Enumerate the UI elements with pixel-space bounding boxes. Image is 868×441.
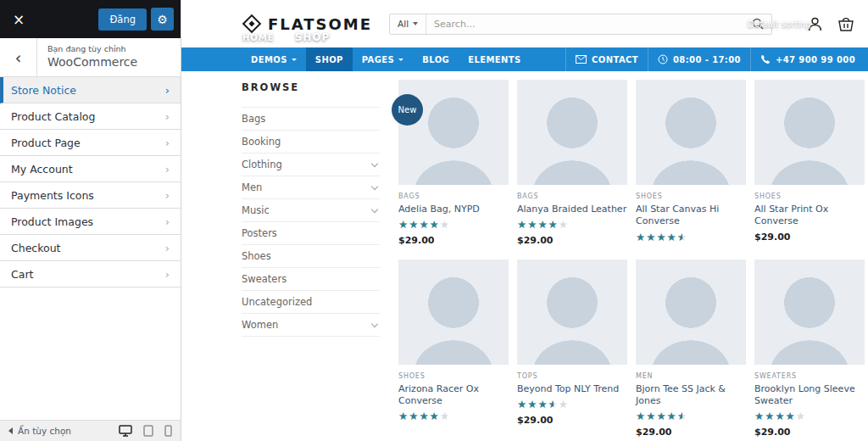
collapse-sidebar-button[interactable]: Ẩn tùy chọn bbox=[8, 426, 71, 436]
search-category-select[interactable]: All bbox=[390, 14, 426, 34]
close-icon[interactable]: × bbox=[0, 0, 37, 38]
customizer-section-my-account[interactable]: My Account › bbox=[0, 156, 181, 182]
stars-fill: ★★★★★ bbox=[754, 411, 796, 422]
customizer-section-product-page[interactable]: Product Page › bbox=[0, 130, 181, 156]
category-booking[interactable]: Booking bbox=[242, 131, 380, 154]
category-bags[interactable]: Bags bbox=[242, 108, 380, 131]
star-rating: ★★★★★ ★★★★★ bbox=[517, 220, 569, 231]
nav-phone-link[interactable]: +47 900 99 000 bbox=[750, 47, 865, 71]
category-label: Booking bbox=[242, 136, 281, 148]
product-image placeholder-person-image[interactable] bbox=[517, 260, 627, 365]
customizing-target: WooCommerce bbox=[47, 55, 137, 69]
category-music[interactable]: Music bbox=[242, 199, 380, 222]
nav-contact-link[interactable]: CONTACT bbox=[565, 47, 648, 71]
product-category-label[interactable]: SHOES bbox=[398, 372, 509, 380]
category-shoes[interactable]: Shoes bbox=[242, 245, 380, 268]
back-chevron-icon[interactable]: ‹ bbox=[0, 38, 37, 76]
product-title-link[interactable]: All Star Canvas Hi Converse bbox=[636, 204, 746, 228]
nav-item-shop[interactable]: SHOP bbox=[306, 47, 353, 71]
product-title-link[interactable]: Adelia Bag, NYPD bbox=[398, 204, 509, 215]
category-uncategorized[interactable]: Uncategorized bbox=[242, 291, 380, 314]
stars-fill: ★★★★★ bbox=[398, 220, 440, 231]
category-posters[interactable]: Posters bbox=[242, 222, 380, 245]
category-men[interactable]: Men bbox=[242, 176, 380, 199]
chevron-down-icon bbox=[398, 59, 403, 61]
nav-label: SHOP bbox=[315, 55, 343, 64]
product-card[interactable]: BAGS Alanya Braided Leather ★★★★★ ★★★★★ … bbox=[517, 80, 627, 246]
product-image placeholder-person-image[interactable] bbox=[636, 80, 746, 185]
product-category-label[interactable]: SHOES bbox=[754, 193, 865, 200]
product-category-label[interactable]: BAGS bbox=[517, 193, 627, 200]
product-card[interactable]: New BAGS Adelia Bag, NYPD ★★★★★ ★★★★★ $2… bbox=[398, 80, 509, 246]
product-category-label[interactable]: BAGS bbox=[398, 193, 509, 200]
account-button[interactable] bbox=[807, 16, 823, 32]
product-card[interactable]: MEN Bjorn Tee SS Jack & Jones ★★★★★ ★★★★… bbox=[636, 260, 746, 438]
customizer-section-product-images[interactable]: Product Images › bbox=[0, 209, 181, 235]
product-category-label[interactable]: MEN bbox=[636, 372, 746, 380]
product-image placeholder-person-image[interactable] bbox=[636, 260, 746, 365]
site-logo[interactable]: FLATSOME bbox=[242, 14, 372, 34]
product-image placeholder-person-image[interactable] bbox=[398, 260, 509, 365]
cart-button[interactable] bbox=[837, 16, 854, 31]
product-card[interactable]: SHOES All Star Print Ox Converse ★★★★★ ★… bbox=[754, 80, 865, 243]
nav-item-demos[interactable]: DEMOS bbox=[242, 47, 306, 71]
search-submit-button[interactable] bbox=[744, 18, 771, 30]
product-category-label[interactable]: SWEATERS bbox=[754, 372, 865, 380]
category-label: Uncategorized bbox=[242, 296, 312, 308]
tablet-preview-icon[interactable] bbox=[143, 425, 153, 437]
product-card[interactable]: TOPS Beyond Top NLY Trend ★★★★★ ★★★★★ $2… bbox=[517, 260, 627, 426]
publish-button[interactable]: Đăng bbox=[98, 8, 147, 31]
envelope-icon bbox=[576, 55, 587, 64]
star-rating: ★★★★★ ★★★★★ bbox=[398, 411, 450, 422]
chevron-down-icon[interactable] bbox=[371, 205, 378, 212]
category-sweaters[interactable]: Sweaters bbox=[242, 268, 380, 291]
product-title-link[interactable]: Bjorn Tee SS Jack & Jones bbox=[636, 383, 746, 408]
product-price: $29.00 bbox=[398, 235, 509, 246]
product-category-label[interactable]: SHOES bbox=[636, 193, 746, 200]
nav-item-elements[interactable]: ELEMENTS bbox=[459, 47, 530, 71]
customizer-section-product-catalog[interactable]: Product Catalog › bbox=[0, 103, 181, 130]
star-rating: ★★★★★ ★★★★★ bbox=[636, 232, 687, 243]
product-title-link[interactable]: Alanya Braided Leather bbox=[517, 204, 627, 215]
product-image placeholder-person-image[interactable] bbox=[517, 80, 627, 185]
phone-icon bbox=[760, 54, 771, 64]
customizer-section-checkout[interactable]: Checkout › bbox=[0, 235, 181, 261]
nav-right-group: CONTACT 08:00 - 17:00 +47 900 99 000 bbox=[565, 47, 868, 71]
product-title-link[interactable]: All Star Print Ox Converse bbox=[754, 204, 865, 228]
category-list: Bags Booking Clothing Men Music Posters … bbox=[242, 107, 380, 337]
nav-item-blog[interactable]: BLOG bbox=[413, 47, 459, 71]
chevron-down-icon[interactable] bbox=[371, 182, 378, 189]
chevron-down-icon[interactable] bbox=[371, 320, 378, 327]
product-image placeholder-person-image[interactable] bbox=[754, 80, 865, 185]
product-title-link[interactable]: Arizona Racer Ox Converse bbox=[398, 383, 509, 408]
star-rating: ★★★★★ ★★★★★ bbox=[398, 220, 450, 231]
product-card[interactable]: SWEATERS Brooklyn Long Sleeve Sweater ★★… bbox=[754, 260, 865, 438]
category-women[interactable]: Women bbox=[242, 314, 380, 337]
new-badge: New bbox=[392, 94, 423, 126]
product-title-link[interactable]: Beyond Top NLY Trend bbox=[517, 383, 627, 395]
browse-heading: BROWSE bbox=[242, 81, 380, 93]
category-clothing[interactable]: Clothing bbox=[242, 154, 380, 176]
chevron-right-icon: › bbox=[165, 189, 170, 202]
gear-icon[interactable]: ⚙ bbox=[151, 8, 174, 31]
nav-item-pages[interactable]: PAGES bbox=[353, 47, 413, 71]
product-image placeholder-person-image[interactable] bbox=[754, 260, 865, 365]
customizer-section-payments-icons[interactable]: Payments Icons › bbox=[0, 182, 181, 209]
screenshot-root: × Đăng ⚙ ‹ Bạn đang tùy chỉnh WooCommerc… bbox=[0, 0, 868, 441]
product-title-link[interactable]: Brooklyn Long Sleeve Sweater bbox=[754, 383, 865, 408]
mobile-preview-icon[interactable] bbox=[164, 425, 172, 437]
nav-label: CONTACT bbox=[592, 55, 638, 64]
nav-label: BLOG bbox=[422, 55, 449, 64]
customizer-section-store-notice[interactable]: Store Notice › bbox=[0, 77, 181, 103]
stars-fill: ★★★★★ bbox=[636, 232, 682, 243]
product-card[interactable]: SHOES All Star Canvas Hi Converse ★★★★★ … bbox=[636, 80, 746, 248]
product-card[interactable]: SHOES Arizona Racer Ox Converse ★★★★★ ★★… bbox=[398, 260, 509, 427]
desktop-preview-icon[interactable] bbox=[119, 425, 132, 437]
chevron-down-icon[interactable] bbox=[371, 159, 378, 166]
product-category-label[interactable]: TOPS bbox=[517, 372, 627, 380]
category-label: Men bbox=[242, 181, 262, 193]
section-label: Cart bbox=[11, 268, 33, 281]
customizer-section-cart[interactable]: Cart › bbox=[0, 261, 181, 287]
search-input[interactable] bbox=[426, 19, 744, 30]
shop-page-body: BROWSE Bags Booking Clothing Men Music P… bbox=[181, 71, 868, 438]
